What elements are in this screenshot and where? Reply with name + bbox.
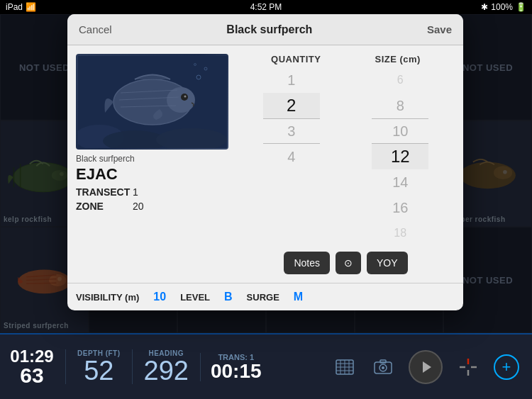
- camera-icon: ⊙: [344, 257, 353, 269]
- play-icon: [417, 359, 434, 376]
- play-button[interactable]: [409, 350, 443, 384]
- clock: 4:52 PM: [250, 2, 282, 12]
- bottom-bar: 01:29 63 DEPTH (FT) 52 HEADING 292 TRANS…: [0, 333, 532, 399]
- bottom-icons: +: [272, 350, 525, 384]
- environmental-row: VISIBILITY (m) 10 LEVEL B SURGE M: [67, 283, 463, 310]
- size-picker[interactable]: 6 8 10 12 14 16 18: [372, 67, 428, 246]
- level-value[interactable]: B: [224, 291, 233, 303]
- fish-image: [76, 54, 228, 150]
- svg-point-39: [382, 366, 384, 369]
- battery-icon: 🔋: [516, 2, 526, 12]
- fish-code: EJAC: [76, 165, 228, 184]
- size-header: SIZE (cm): [375, 54, 421, 64]
- surge-label: SURGE: [247, 292, 279, 303]
- qty-item-3[interactable]: 3: [263, 118, 320, 144]
- visibility-label: VISIBILITY (m): [76, 292, 139, 303]
- heading-block: HEADING 292: [132, 349, 200, 384]
- species-entry-modal: Cancel Black surfperch Save: [67, 14, 463, 310]
- size-item-12[interactable]: 12: [372, 144, 428, 169]
- svg-marker-41: [423, 361, 431, 373]
- compass-icon[interactable]: [455, 354, 481, 380]
- trans-time: 00:15: [211, 361, 262, 381]
- zone-row: ZONE 20: [76, 201, 228, 212]
- modal-body: Black surfperch EJAC TRANSECT 1 ZONE 20 …: [67, 45, 463, 283]
- level-label: LEVEL: [180, 292, 210, 303]
- compass-svg: [458, 357, 478, 377]
- qty-item-1[interactable]: 1: [263, 67, 320, 93]
- picker-headers: QUANTITY SIZE (cm): [237, 54, 455, 64]
- size-item-10[interactable]: 10: [372, 118, 428, 144]
- quantity-header: QUANTITY: [271, 54, 321, 64]
- yoy-button[interactable]: YOY: [367, 252, 408, 274]
- visibility-value[interactable]: 10: [153, 291, 166, 303]
- svg-rect-40: [380, 360, 386, 363]
- quantity-picker[interactable]: 1 2 3 4: [263, 67, 320, 246]
- transect-row: TRANSECT 1: [76, 186, 228, 198]
- cancel-button[interactable]: Cancel: [79, 23, 112, 35]
- depth-block: DEPTH (FT) 52: [65, 349, 132, 384]
- svg-point-21: [167, 87, 195, 113]
- heading-value: 292: [144, 357, 189, 384]
- ipad-label: iPad: [6, 2, 23, 12]
- wifi-icon: 📶: [26, 2, 36, 12]
- size-item-16[interactable]: 16: [372, 195, 428, 220]
- size-item-18[interactable]: 18: [372, 220, 428, 246]
- status-bar: iPad 📶 4:52 PM ✱ 100% 🔋: [0, 0, 532, 14]
- svg-point-23: [184, 95, 186, 97]
- modal-left-panel: Black surfperch EJAC TRANSECT 1 ZONE 20: [76, 54, 228, 274]
- qty-item-4[interactable]: 4: [263, 144, 320, 169]
- elapsed-time: 01:29: [10, 348, 53, 365]
- size-item-14[interactable]: 14: [372, 169, 428, 195]
- transect-value: 1: [133, 186, 138, 198]
- fish-common-name: Black surfperch: [76, 154, 228, 164]
- elapsed-seconds: 63: [20, 365, 43, 386]
- map-svg: [333, 356, 356, 378]
- size-item-8[interactable]: 8: [372, 93, 428, 118]
- map-icon[interactable]: [332, 354, 358, 380]
- notes-button[interactable]: Notes: [284, 252, 330, 274]
- camera-svg: [372, 356, 394, 378]
- camera-bottom-icon[interactable]: [370, 354, 396, 380]
- modal-right-panel: QUANTITY SIZE (cm) 1 2 3 4 6 8 10: [237, 54, 455, 274]
- zone-value: 20: [133, 201, 144, 212]
- transect-timer-block: TRANS: 1 00:15: [200, 353, 272, 381]
- surge-value[interactable]: M: [294, 291, 303, 303]
- transect-label: TRANSECT: [76, 186, 133, 198]
- battery-level: 100%: [491, 2, 513, 12]
- picker-area[interactable]: 1 2 3 4 6 8 10 12 14 16 18: [237, 67, 455, 246]
- qty-item-2[interactable]: 2: [263, 93, 320, 118]
- modal-title: Black surfperch: [226, 23, 312, 36]
- plus-icon: +: [502, 358, 511, 376]
- action-buttons: Notes ⊙ YOY: [237, 252, 455, 274]
- modal-nav: Cancel Black surfperch Save: [67, 14, 463, 45]
- zone-label: ZONE: [76, 201, 133, 212]
- black-surfperch-svg: [78, 56, 227, 148]
- save-button[interactable]: Save: [427, 23, 452, 35]
- depth-value: 52: [84, 357, 113, 384]
- add-button[interactable]: +: [494, 354, 519, 380]
- bluetooth-icon: ✱: [481, 2, 488, 12]
- camera-button[interactable]: ⊙: [336, 252, 361, 274]
- dive-timer: 01:29 63: [7, 348, 57, 386]
- size-item-6[interactable]: 6: [372, 67, 428, 93]
